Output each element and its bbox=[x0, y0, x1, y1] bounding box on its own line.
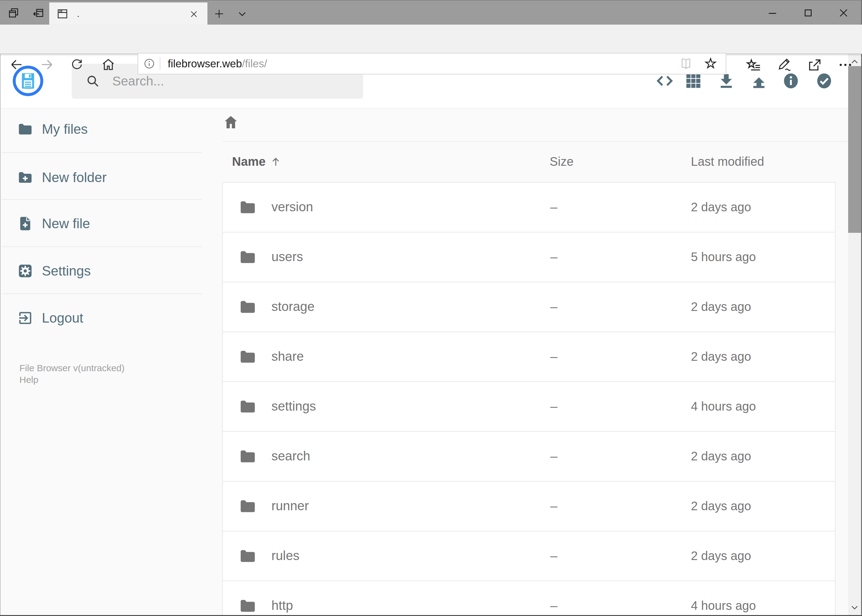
sidebar-item-label: New folder bbox=[42, 170, 107, 185]
minimize-button[interactable] bbox=[759, 1, 786, 25]
column-header-modified[interactable]: Last modified bbox=[691, 155, 764, 168]
hub-icon bbox=[746, 57, 762, 73]
file-name: storage bbox=[271, 282, 315, 331]
page-scrollbar[interactable] bbox=[848, 54, 861, 615]
folder-icon bbox=[239, 497, 257, 515]
folder-icon bbox=[239, 398, 257, 415]
sidebar-item-new-folder[interactable]: New folder bbox=[0, 162, 216, 193]
sidebar-item-my-files[interactable]: My files bbox=[0, 114, 216, 145]
forward-button[interactable] bbox=[37, 55, 57, 74]
sidebar-item-logout[interactable]: Logout bbox=[0, 303, 216, 333]
page-info-icon[interactable] bbox=[143, 58, 155, 70]
column-header-name[interactable]: Name bbox=[232, 155, 282, 168]
sidebar-item-new-file[interactable]: New file bbox=[0, 208, 216, 239]
breadcrumb-home-icon[interactable] bbox=[222, 114, 239, 130]
url-text: filebrowser.web/files/ bbox=[168, 58, 267, 70]
search-icon bbox=[86, 74, 100, 88]
home-button[interactable] bbox=[98, 55, 118, 74]
file-size: – bbox=[550, 233, 557, 281]
share-icon bbox=[807, 57, 823, 73]
folder-icon bbox=[239, 348, 257, 366]
refresh-icon bbox=[70, 58, 84, 72]
file-modified: 4 hours ago bbox=[691, 581, 756, 616]
grid-view-icon bbox=[684, 72, 702, 90]
tab-close-button[interactable] bbox=[187, 7, 201, 21]
window-close-button[interactable] bbox=[830, 1, 857, 25]
address-bar[interactable]: filebrowser.web/files/ bbox=[137, 53, 726, 74]
breadcrumb-divider bbox=[222, 141, 848, 142]
file-modified: 2 days ago bbox=[691, 332, 751, 381]
sidebar-item-label: Logout bbox=[42, 310, 84, 326]
table-row[interactable]: search – 2 days ago bbox=[223, 432, 835, 482]
more-actions-button[interactable] bbox=[835, 54, 856, 75]
favorites-hub-button[interactable] bbox=[743, 54, 764, 75]
address-separator bbox=[160, 57, 160, 70]
more-icon bbox=[837, 57, 853, 73]
table-row[interactable]: users – 5 hours ago bbox=[223, 233, 835, 282]
scroll-down-icon[interactable] bbox=[848, 601, 861, 614]
sidebar-item-settings[interactable]: Settings bbox=[0, 256, 216, 286]
table-row[interactable]: share – 2 days ago bbox=[223, 332, 835, 382]
minimize-icon bbox=[767, 7, 778, 19]
scrollbar-thumb[interactable] bbox=[848, 66, 861, 233]
file-size: – bbox=[550, 482, 557, 530]
file-name: runner bbox=[271, 482, 309, 530]
file-size: – bbox=[550, 183, 557, 231]
refresh-button[interactable] bbox=[67, 55, 87, 74]
home-icon bbox=[101, 57, 116, 72]
tab-preview-button[interactable] bbox=[2, 1, 25, 25]
folder-icon bbox=[239, 597, 257, 615]
folder-icon bbox=[17, 121, 33, 137]
url-path: /files/ bbox=[242, 58, 267, 69]
sidebar-divider bbox=[2, 199, 202, 200]
file-size: – bbox=[550, 332, 557, 381]
file-size: – bbox=[550, 282, 557, 331]
sidebar-item-label: New file bbox=[42, 216, 90, 231]
file-size: – bbox=[550, 382, 557, 431]
tab-list-button[interactable] bbox=[232, 2, 252, 25]
table-row[interactable]: settings – 4 hours ago bbox=[223, 382, 835, 432]
gear-icon bbox=[17, 263, 33, 279]
file-modified: 4 hours ago bbox=[691, 382, 756, 431]
table-row[interactable]: version – 2 days ago bbox=[223, 183, 835, 233]
folder-plus-icon bbox=[17, 170, 33, 185]
url-host: filebrowser.web bbox=[168, 58, 242, 69]
search-input[interactable] bbox=[112, 74, 347, 89]
sidebar-item-label: Settings bbox=[42, 263, 91, 279]
sidebar-divider bbox=[2, 293, 202, 294]
table-row[interactable]: runner – 2 days ago bbox=[223, 482, 835, 531]
set-tabs-aside-button[interactable] bbox=[27, 1, 49, 25]
browser-tab[interactable]: . bbox=[49, 2, 207, 25]
back-button[interactable] bbox=[7, 55, 27, 74]
tab-list-icon bbox=[237, 9, 247, 19]
share-button[interactable] bbox=[804, 54, 826, 75]
forward-icon bbox=[39, 57, 54, 72]
file-modified: 5 hours ago bbox=[691, 233, 756, 281]
file-size: – bbox=[550, 581, 557, 616]
table-row[interactable]: rules – 2 days ago bbox=[223, 531, 835, 581]
file-modified: 2 days ago bbox=[691, 531, 751, 580]
maximize-button[interactable] bbox=[794, 1, 822, 25]
file-name: http bbox=[271, 581, 293, 616]
sidebar-divider bbox=[2, 246, 202, 247]
browser-window: . bbox=[0, 0, 862, 616]
reading-view-icon[interactable] bbox=[679, 57, 693, 71]
file-size: – bbox=[550, 531, 557, 580]
help-link[interactable]: Help bbox=[19, 374, 124, 386]
tab-title: . bbox=[77, 9, 79, 19]
file-name: users bbox=[271, 233, 303, 281]
table-row[interactable]: storage – 2 days ago bbox=[223, 282, 835, 332]
favorite-star-icon[interactable] bbox=[703, 57, 718, 71]
sidebar-divider bbox=[2, 152, 202, 153]
file-modified: 2 days ago bbox=[691, 282, 751, 331]
file-modified: 2 days ago bbox=[691, 482, 751, 530]
tab-bar: . bbox=[0, 0, 862, 25]
sidebar-item-label: My files bbox=[42, 121, 88, 137]
folder-icon bbox=[239, 248, 257, 266]
column-header-size[interactable]: Size bbox=[550, 155, 574, 168]
web-note-icon bbox=[777, 57, 793, 73]
maximize-icon bbox=[803, 8, 813, 18]
new-tab-button[interactable] bbox=[209, 2, 229, 25]
web-note-button[interactable] bbox=[774, 54, 796, 75]
table-row[interactable]: http – 4 hours ago bbox=[223, 581, 835, 616]
